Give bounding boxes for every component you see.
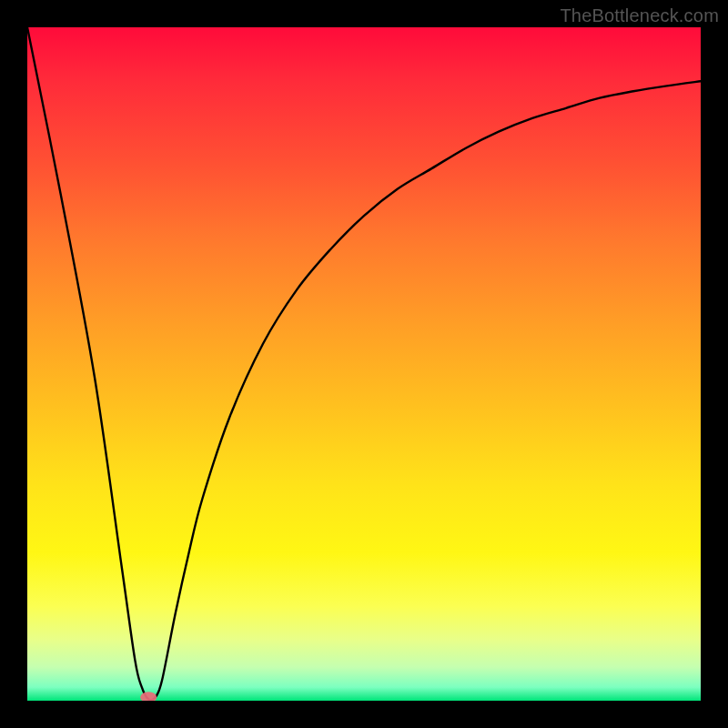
curve-path xyxy=(27,27,701,701)
attribution-label: TheBottleneck.com xyxy=(560,5,719,26)
min-marker xyxy=(140,692,157,701)
chart-plot-area xyxy=(27,27,701,701)
chart-frame: TheBottleneck.com xyxy=(0,0,728,728)
bottleneck-curve xyxy=(27,27,701,701)
